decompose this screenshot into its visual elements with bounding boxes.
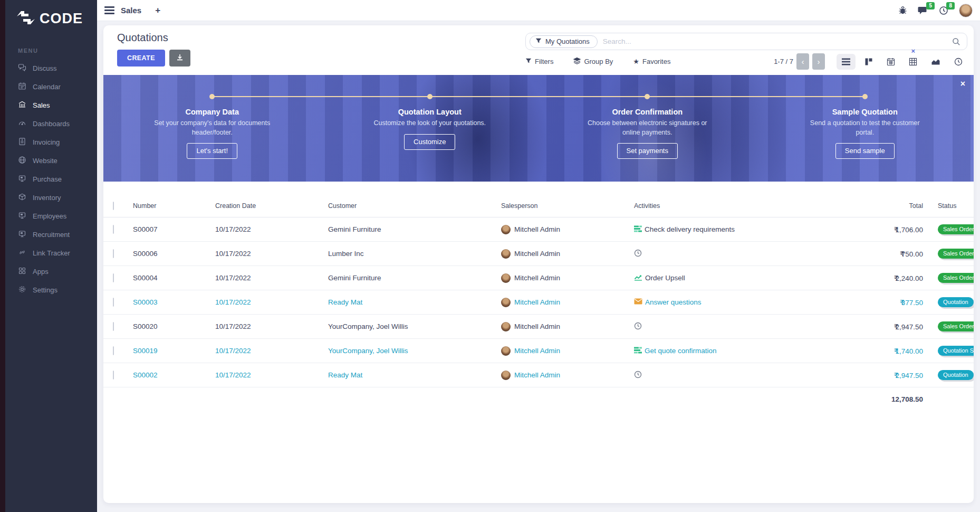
- col-header-number[interactable]: Number: [127, 202, 209, 210]
- star-icon: ★: [633, 58, 639, 65]
- calendar-view-button[interactable]: [882, 54, 900, 70]
- sidebar-item-label: Dashboards: [33, 120, 70, 128]
- step-dot: [862, 94, 868, 99]
- new-tab-button[interactable]: +: [155, 5, 160, 16]
- sidebar-item-label: Invoicing: [33, 138, 60, 146]
- col-header-total[interactable]: Total: [849, 202, 926, 210]
- trend-up-icon[interactable]: [634, 273, 642, 282]
- pager-prev-button[interactable]: ‹: [796, 53, 809, 70]
- table-row[interactable]: S00007 10/17/2022 Gemini Furniture Mitch…: [103, 217, 974, 242]
- favorites-button[interactable]: ★ Favorites: [633, 58, 670, 65]
- discuss-icon: [18, 63, 26, 73]
- sidebar-item-label: Apps: [33, 268, 49, 276]
- col-header-creation-date[interactable]: Creation Date: [209, 202, 322, 210]
- select-all-checkbox[interactable]: [113, 202, 114, 210]
- row-checkbox[interactable]: [113, 225, 114, 234]
- row-checkbox[interactable]: [113, 249, 114, 258]
- invoicing-icon: [18, 137, 26, 147]
- grand-total-row: 12,708.50: [103, 387, 974, 411]
- export-button[interactable]: [169, 50, 190, 67]
- col-header-activities[interactable]: Activities: [628, 202, 849, 210]
- envelope-icon[interactable]: [634, 298, 642, 306]
- search-facet[interactable]: My Quotations: [530, 35, 598, 48]
- pager-next-button[interactable]: ›: [812, 53, 825, 70]
- sidebar-item-inventory[interactable]: Inventory: [5, 188, 97, 207]
- facet-remove-button[interactable]: ×: [911, 47, 915, 55]
- sidebar-item-dashboards[interactable]: Dashboards: [5, 115, 97, 133]
- sidebar-item-label: Sales: [33, 101, 50, 109]
- salesperson-avatar: [501, 273, 511, 283]
- table-row[interactable]: S00003 10/17/2022 Ready Mat Mitchell Adm…: [103, 290, 974, 315]
- breadcrumb-app-name[interactable]: Sales: [121, 6, 141, 15]
- sidebar-item-recruitment[interactable]: Recruitment: [5, 225, 97, 244]
- link-tracker-icon: [18, 248, 26, 258]
- filters-button[interactable]: Filters: [525, 58, 553, 65]
- sidebar-item-link-tracker[interactable]: Link Tracker: [5, 244, 97, 262]
- grand-total-value: 12,708.50: [849, 395, 926, 403]
- table-row[interactable]: S00006 10/17/2022 Lumber Inc Mitchell Ad…: [103, 242, 974, 266]
- sidebar-item-calendar[interactable]: Calendar: [5, 78, 97, 96]
- salesperson-avatar: [501, 249, 511, 259]
- status-badge: Sales Order: [938, 224, 974, 234]
- menu-toggle-button[interactable]: [104, 6, 114, 14]
- search-input[interactable]: [598, 37, 952, 45]
- onboarding-step-company-data: Company Data Set your company's data for…: [103, 75, 321, 182]
- col-header-salesperson[interactable]: Salesperson: [495, 202, 628, 210]
- user-avatar[interactable]: [959, 4, 973, 17]
- sidebar: CODE MENU Discuss Calendar Sales Dashboa…: [5, 0, 97, 512]
- sidebar-item-label: Inventory: [33, 194, 61, 202]
- brand-logo[interactable]: CODE: [5, 10, 97, 27]
- graph-view-button[interactable]: [926, 54, 945, 69]
- sidebar-item-sales[interactable]: Sales: [5, 96, 97, 115]
- lets-start-button[interactable]: Let's start!: [187, 143, 237, 159]
- status-badge: Quotation: [938, 297, 974, 307]
- clock-icon[interactable]: [634, 371, 642, 380]
- sidebar-item-employees[interactable]: Employees: [5, 207, 97, 225]
- create-button[interactable]: CREATE: [117, 50, 165, 67]
- row-checkbox[interactable]: [113, 273, 114, 282]
- col-header-status[interactable]: Status: [926, 202, 974, 210]
- group-by-button[interactable]: Group By: [573, 57, 613, 66]
- row-checkbox[interactable]: [113, 346, 114, 355]
- send-sample-button[interactable]: Send sample: [835, 143, 895, 159]
- activity-view-button[interactable]: [949, 54, 967, 70]
- kanban-view-button[interactable]: [860, 54, 878, 70]
- customize-button[interactable]: Customize: [404, 134, 455, 150]
- table-row[interactable]: S00020 10/17/2022 YourCompany, Joel Will…: [103, 315, 974, 339]
- tasks-icon[interactable]: [634, 347, 642, 355]
- pivot-view-button[interactable]: [904, 54, 922, 70]
- debug-bug-icon[interactable]: [898, 6, 907, 15]
- quotations-table: Number Creation Date Customer Salesperso…: [103, 194, 974, 411]
- col-header-customer[interactable]: Customer: [322, 202, 495, 210]
- sidebar-item-invoicing[interactable]: Invoicing: [5, 133, 97, 151]
- table-row[interactable]: S00004 10/17/2022 Gemini Furniture Mitch…: [103, 266, 974, 290]
- clock-icon[interactable]: [634, 322, 642, 331]
- sidebar-item-apps[interactable]: Apps: [5, 262, 97, 281]
- row-checkbox[interactable]: [113, 371, 114, 380]
- main-card: Quotations CREATE My Quotations: [103, 25, 974, 503]
- view-switcher: [837, 54, 967, 70]
- clock-icon[interactable]: [634, 249, 642, 259]
- tasks-icon[interactable]: [634, 225, 642, 234]
- activity-count-badge: 8: [946, 2, 955, 10]
- sidebar-item-settings[interactable]: Settings: [5, 281, 97, 299]
- list-view-button[interactable]: [837, 54, 856, 70]
- search-icon[interactable]: [952, 37, 960, 46]
- sidebar-item-purchase[interactable]: Purchase: [5, 170, 97, 188]
- apps-icon: [18, 267, 26, 277]
- sidebar-item-label: Discuss: [33, 64, 57, 72]
- sidebar-item-label: Recruitment: [33, 231, 70, 239]
- table-row[interactable]: S00019 10/17/2022 YourCompany, Joel Will…: [103, 339, 974, 363]
- row-checkbox[interactable]: [113, 322, 114, 331]
- status-badge: Quotation: [938, 370, 974, 380]
- messages-icon[interactable]: 5: [918, 6, 928, 15]
- search-bar[interactable]: My Quotations ×: [525, 33, 967, 50]
- filter-funnel-icon: [525, 58, 532, 65]
- table-row[interactable]: S00002 10/17/2022 Ready Mat Mitchell Adm…: [103, 363, 974, 387]
- sidebar-item-website[interactable]: Website: [5, 151, 97, 170]
- sidebar-item-discuss[interactable]: Discuss: [5, 59, 97, 78]
- activity-clock-icon[interactable]: 8: [939, 6, 948, 15]
- step-dot: [427, 94, 433, 99]
- set-payments-button[interactable]: Set payments: [617, 143, 678, 159]
- row-checkbox[interactable]: [113, 298, 114, 307]
